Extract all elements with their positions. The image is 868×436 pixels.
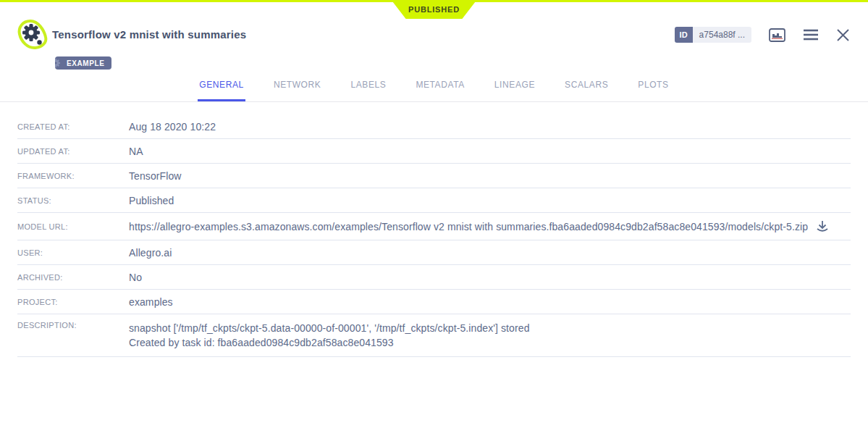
- detail-row-framework: FRAMEWORK: TensorFlow: [17, 164, 851, 188]
- detail-row-project: PROJECT: examples: [17, 290, 851, 314]
- field-label: CREATED AT:: [17, 122, 129, 131]
- status-ribbon-label: PUBLISHED: [408, 5, 460, 14]
- plot-preview-icon[interactable]: [769, 28, 785, 42]
- detail-row-status: STATUS: Published: [17, 188, 851, 213]
- general-details: CREATED AT: Aug 18 2020 10:22 UPDATED AT…: [0, 102, 868, 357]
- id-value: a754a88f ...: [693, 27, 751, 43]
- close-icon[interactable]: [836, 28, 850, 42]
- field-value: Allegro.ai: [129, 247, 172, 259]
- status-ribbon: PUBLISHED: [392, 0, 477, 19]
- field-value: Published: [129, 195, 174, 206]
- model-url-value: https://allegro-examples.s3.amazonaws.co…: [129, 221, 808, 232]
- model-title: Tensorflow v2 mnist with summaries: [52, 28, 246, 41]
- field-label: DESCRIPTION:: [17, 321, 129, 330]
- field-value: NA: [129, 146, 143, 157]
- model-details-panel: Tensorflow v2 mnist with summaries EXAMP…: [0, 0, 868, 436]
- tab-bar: GENERAL NETWORK LABELS METADATA LINEAGE …: [0, 80, 868, 101]
- field-label: FRAMEWORK:: [17, 172, 129, 180]
- detail-row-updated-at: UPDATED AT: NA: [17, 139, 851, 164]
- header-controls: ID a754a88f ...: [675, 27, 850, 43]
- tab-scalars[interactable]: SCALARS: [563, 80, 610, 101]
- field-value: Aug 18 2020 10:22: [129, 121, 216, 133]
- model-id-chip[interactable]: ID a754a88f ...: [675, 27, 751, 43]
- tab-metadata[interactable]: METADATA: [414, 80, 465, 101]
- id-tag: ID: [675, 27, 693, 43]
- detail-row-description: DESCRIPTION: snapshot ['/tmp/tf_ckpts/ck…: [17, 314, 851, 357]
- tab-plots[interactable]: PLOTS: [636, 80, 670, 101]
- detail-row-user: USER: Allegro.ai: [17, 240, 851, 265]
- tab-network[interactable]: NETWORK: [272, 80, 323, 101]
- field-label: STATUS:: [17, 196, 129, 205]
- example-badge: EXAMPLE: [55, 56, 111, 70]
- field-label: PROJECT:: [17, 298, 129, 306]
- field-label: UPDATED AT:: [17, 147, 129, 156]
- field-label: MODEL URL:: [17, 222, 129, 231]
- menu-icon[interactable]: [803, 29, 819, 41]
- tab-general[interactable]: GENERAL: [198, 80, 245, 101]
- download-icon[interactable]: [815, 219, 830, 233]
- field-label: USER:: [17, 248, 129, 257]
- detail-row-model-url: MODEL URL: https://allegro-examples.s3.a…: [17, 213, 851, 240]
- tab-lineage[interactable]: LINEAGE: [493, 80, 536, 101]
- example-badge-label: EXAMPLE: [67, 59, 105, 67]
- field-value: No: [129, 272, 142, 283]
- field-value: TensorFlow: [129, 170, 182, 182]
- field-value: examples: [129, 296, 173, 308]
- badge-gear-icon: [55, 58, 61, 70]
- app-logo-icon: [17, 19, 49, 51]
- description-line-2: Created by task id: fba6aaded0984c9db2af…: [129, 335, 530, 350]
- detail-row-created-at: CREATED AT: Aug 18 2020 10:22: [17, 114, 851, 139]
- field-label: ARCHIVED:: [17, 273, 129, 282]
- tab-labels[interactable]: LABELS: [349, 80, 387, 101]
- description-value: snapshot ['/tmp/tf_ckpts/ckpt-5.data-000…: [129, 321, 530, 350]
- detail-row-archived: ARCHIVED: No: [17, 265, 851, 290]
- description-line-1: snapshot ['/tmp/tf_ckpts/ckpt-5.data-000…: [129, 321, 530, 335]
